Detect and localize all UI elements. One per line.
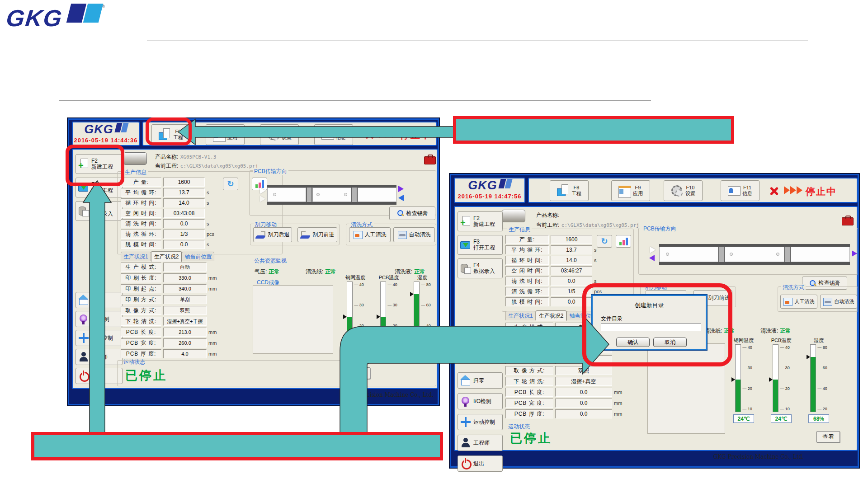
product-name-label: 产品名称: [536, 212, 559, 218]
table-row: PCB 长 度: 0.0 mm [505, 388, 626, 397]
sidebar-button[interactable]: F3打开工程 [458, 235, 503, 255]
sidebar-button-label: F4数据录入 [91, 205, 113, 217]
row-label: PCB 宽 度: [121, 338, 161, 347]
gauge-ticks: 40302010 [742, 344, 752, 412]
sidebar-icon [78, 333, 89, 343]
sidebar-button[interactable]: I/O检测 [458, 393, 503, 409]
conveyor-board [312, 188, 351, 202]
toolbar-button[interactable]: F9应用 [206, 124, 245, 145]
table-row: 清 洗 时 间: 0.0 s [121, 219, 218, 228]
conveyor-diagram [267, 185, 396, 205]
highlight-ring-new-project-button [66, 145, 124, 186]
sidebar-button[interactable]: 运动控制 [458, 414, 503, 430]
row-value: 03:46:27 [551, 266, 592, 275]
table-row: 印 刷 起 点: 340.0 mm [121, 284, 220, 293]
refresh-icon[interactable]: ↻ [597, 235, 612, 248]
production-info-title: 生产信息 [123, 169, 148, 176]
gauge-track [347, 282, 353, 349]
row-label: 印 刷 方 式: [121, 295, 161, 304]
gauge-pointer-icon [769, 377, 773, 382]
refresh-icon[interactable]: ↻ [223, 178, 238, 190]
sidebar-button[interactable]: 退出 [458, 455, 503, 472]
status2-table: 生 产 模 式: 自动 印 刷 长 度: 330.0 mm 印 刷 起 点: 3… [121, 263, 220, 358]
conveyor-clamp [306, 188, 312, 202]
squeegee-back-button[interactable]: 刮刀后退 [253, 227, 292, 242]
check-paste-button[interactable]: 检查锡膏 [389, 206, 435, 220]
toolbar-button[interactable]: F11信息 [721, 180, 760, 201]
sidebar-button[interactable]: F4数据录入 [458, 258, 503, 278]
sidebar-button[interactable]: 归零 [75, 292, 123, 308]
conveyor-diagram [659, 244, 850, 265]
toolbar-button-label: F9应用 [227, 129, 237, 141]
row-label: PCB 长 度: [505, 388, 553, 397]
machine-status-text: 停止中 [806, 185, 837, 198]
transport-out-arrow-icon [852, 250, 857, 257]
table-row: 循 环 时 间: 14.0 s [505, 256, 606, 265]
gkg-logo: GKG® [6, 4, 124, 35]
sidebar-button[interactable]: F4数据录入 [75, 201, 123, 221]
manual-clean-button[interactable]: 人工清洗 [780, 295, 817, 309]
stop-x-icon[interactable] [769, 186, 779, 197]
squeegee-forward-button[interactable]: 刮刀前进 [297, 227, 337, 242]
status-tab[interactable]: 生产状况2 [536, 310, 567, 321]
auto-clean-button[interactable]: 自动清洗 [393, 227, 435, 242]
status-tab[interactable]: 生产状况2 [151, 251, 182, 262]
status-tab[interactable]: 生产状况1 [505, 311, 536, 320]
project-path-label: 当前工程: [155, 163, 178, 169]
sidebar-button-label: 归零 [473, 378, 484, 384]
row-unit: s [207, 200, 218, 206]
sidebar-button[interactable]: 工程师 [458, 435, 503, 451]
sidebar-button[interactable]: F2新建工程 [458, 211, 503, 231]
view-button[interactable]: 查看 [347, 367, 370, 379]
gauge-track [773, 344, 778, 412]
sidebar-button[interactable]: I/O检测 [75, 311, 123, 327]
view-button[interactable]: 查看 [816, 431, 840, 443]
toolbar-button[interactable]: F9应用 [611, 180, 650, 201]
sidebar-button[interactable]: 工程师 [75, 349, 123, 365]
stop-x-icon[interactable] [364, 129, 375, 140]
row-value: 0.0 [555, 409, 612, 418]
sidebar-button[interactable]: 运动控制 [75, 330, 123, 346]
table-row: 空 闲 时 间: 03:43:08 [121, 209, 218, 218]
toolbar-button[interactable]: F11信息 [314, 124, 353, 145]
toolbox-icon[interactable] [842, 215, 854, 225]
toolbar-button-label: F11信息 [336, 129, 346, 141]
toolbar-button[interactable]: F10设置 [260, 124, 299, 145]
sidebar-button-label: 运动控制 [473, 419, 495, 425]
toolbar-button[interactable]: F8工程 [550, 180, 589, 201]
motion-status-label: 运动状态 [508, 423, 530, 431]
highlight-ring-project-button [146, 117, 192, 145]
product-name-row: 产品名称: [536, 211, 559, 219]
row-value: 4.0 [163, 349, 207, 358]
gauge-ticks: 80604020 [817, 344, 827, 412]
gauge-readout: 24℃ [345, 352, 366, 360]
row-label: 下 轮 清 洗: [121, 317, 161, 326]
transport-in-arrow-icon [260, 188, 265, 194]
row-label: 取 像 方 式: [505, 366, 553, 375]
auto-clean-button[interactable]: 自动清洗 [820, 295, 857, 309]
bar-chart-icon[interactable] [616, 235, 631, 248]
status-tab[interactable]: 生产状况1 [121, 252, 151, 261]
sidebar-button-label: 退出 [473, 461, 484, 467]
sidebar-icon [460, 239, 471, 250]
sidebar-button[interactable]: 退出 [75, 368, 123, 384]
row-label: 生 产 模 式: [505, 323, 553, 332]
status-tab[interactable]: 轴当前位置 [182, 252, 214, 261]
sidebar-button-label: 工程师 [473, 440, 490, 446]
row-label: 清 洗 时 间: [121, 219, 161, 228]
transport-return-arrow-icon [398, 195, 404, 201]
row-label: 清 洗 时 间: [505, 277, 549, 286]
sidebar-button-label: 工程师 [91, 354, 108, 360]
gauge-ticks: 40302010 [780, 344, 790, 412]
row-label: 生 产 模 式: [121, 263, 161, 272]
production-info-table: 产 量: 1600 平 均 循 环: 13.7 s 循 环 时 间: 14.0 … [121, 178, 218, 249]
sidebar-button[interactable]: 归零 [458, 372, 503, 389]
toolbar-button[interactable]: F10设置 [664, 180, 703, 201]
row-value: 0.0 [163, 240, 205, 249]
row-unit: pcs [207, 231, 218, 237]
toolbar-button-label: F11信息 [742, 185, 752, 197]
table-row: 清 洗 循 环: 1/3 pcs [121, 230, 218, 239]
gauge: 湿度 80604020 68% [408, 274, 436, 360]
manual-clean-button[interactable]: 人工清洗 [349, 227, 391, 242]
toolbox-icon[interactable] [424, 154, 436, 164]
